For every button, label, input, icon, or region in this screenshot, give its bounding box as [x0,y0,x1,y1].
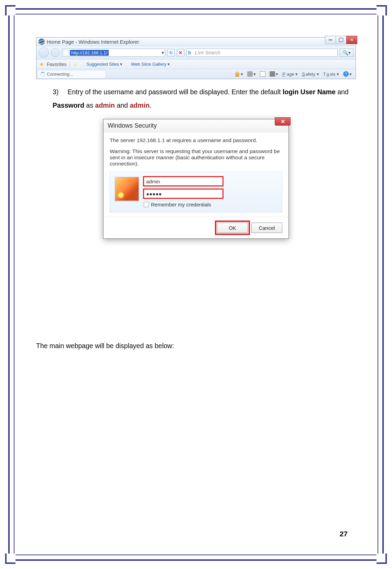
home-button[interactable]: ▾ [233,71,245,77]
remember-label: Remember my credentials [151,202,211,207]
browser-title: Home Page - Windows Internet Explorer [47,39,139,45]
refresh-button[interactable]: ↻ [167,49,175,56]
print-button[interactable]: ▾ [268,71,280,77]
loading-spinner-icon [40,72,45,77]
ie-logo-icon [39,39,45,45]
remember-credentials-checkbox[interactable]: Remember my credentials [144,202,277,207]
windows-security-dialog: ✕ Windows Security The server 192.168.1.… [103,119,289,239]
back-button[interactable] [39,47,49,58]
tab-label: Connecting... [47,72,73,77]
browser-titlebar: Home Page - Windows Internet Explorer [36,37,356,46]
forward-button[interactable] [51,48,60,57]
dialog-footer: OK Cancel [104,217,288,238]
footer-continuation-text: The main webpage will be displayed as be… [36,342,356,350]
search-placeholder: Live Search [195,50,220,55]
suggested-sites-link[interactable]: Suggested Sites ▾ [80,62,122,67]
favorites-bar: ★ Favorites | ☆ Suggested Sites ▾ Web Sl… [36,60,356,69]
password-input[interactable]: ●●●●● [144,189,223,198]
step-number: 3) [53,85,66,99]
search-button[interactable]: 🔍▾ [340,49,353,57]
url-field[interactable]: http://192.168.1.1/ ▾ [62,49,165,57]
favorites-label[interactable]: Favorites [47,62,67,67]
page-menu[interactable]: Page ▾ [281,71,300,77]
add-favorite-icon[interactable]: ☆ [73,62,78,67]
user-avatar-icon [115,177,139,201]
bing-icon [188,50,194,55]
window-close-button[interactable] [346,36,357,44]
url-dropdown-icon[interactable]: ▾ [162,50,164,55]
url-text: http://192.168.1.1/ [70,50,109,56]
stop-button[interactable]: ✕ [177,49,184,56]
tools-menu[interactable]: Tools ▾ [322,71,341,77]
dialog-message-2: Warning: This server is requesting that … [110,148,282,167]
browser-address-bar: http://192.168.1.1/ ▾ ↻ ✕ Live Search 🔍▾ [36,46,356,60]
username-input[interactable]: admin [144,177,223,186]
step-3-instruction: 3) Entry of the username and password wi… [53,85,356,112]
tab-bar: Connecting... ▾ ▾ ▾ Page ▾ Safety ▾ Tool… [36,69,356,79]
ok-button[interactable]: OK [217,223,248,233]
browser-tab[interactable]: Connecting... [37,70,106,78]
checkbox-icon [144,202,149,207]
web-slice-link[interactable]: Web Slice Gallery ▾ [125,62,170,67]
cancel-button[interactable]: Cancel [251,223,282,233]
help-button[interactable]: ?▾ [341,71,353,77]
read-mail-button[interactable] [258,71,267,77]
safety-menu[interactable]: Safety ▾ [300,71,320,77]
credentials-panel: admin ●●●●● Remember my credentials [110,172,282,213]
page-icon [63,50,68,55]
search-field[interactable]: Live Search [186,49,338,57]
dialog-close-button[interactable]: ✕ [275,117,291,126]
window-maximize-button[interactable] [336,36,347,44]
window-minimize-button[interactable] [325,36,336,44]
page-number: 27 [340,530,348,538]
favorites-star-icon[interactable]: ★ [39,61,44,67]
dialog-message-1: The server 192.168.1.1 at requires a use… [110,137,282,143]
dialog-title: Windows Security [104,119,288,132]
feeds-button[interactable]: ▾ [246,71,258,77]
ie-browser-window: Home Page - Windows Internet Explorer ht… [36,37,356,79]
